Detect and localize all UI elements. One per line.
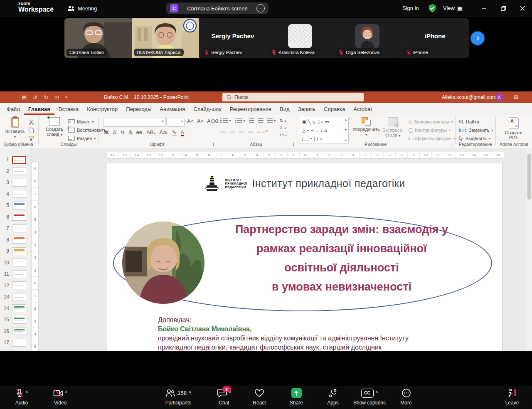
ribbon-tab-10[interactable]: Запись bbox=[294, 106, 320, 115]
restore-button[interactable] bbox=[497, 3, 510, 13]
react-button[interactable]: React bbox=[239, 388, 280, 406]
video-tile-krasimira-koleva[interactable]: Krasimira Koleva bbox=[266, 18, 334, 58]
redo-icon[interactable]: ↻ bbox=[44, 94, 48, 101]
save-icon[interactable]: ▤ bbox=[22, 94, 27, 101]
workspace-chevron-down-icon[interactable]: ▾ bbox=[51, 6, 53, 11]
video-tile-olga-seleznova[interactable]: Olga Seleznova bbox=[334, 18, 401, 58]
quick-styles-button[interactable]: Экспресс-стили ▾ bbox=[381, 117, 405, 138]
shapes-gallery[interactable]: ▣╲↘□○▭△⌐¬→↓⌂∫‿~{}☆ ▲▼≂ bbox=[300, 117, 349, 143]
decrease-indent-icon[interactable] bbox=[249, 118, 254, 123]
next-participants-button[interactable] bbox=[471, 32, 484, 45]
ribbon-tab-2[interactable]: Главная bbox=[24, 106, 54, 115]
paste-button[interactable]: Вставить ▾ bbox=[5, 117, 25, 139]
bold-button[interactable]: Ж bbox=[104, 129, 109, 136]
tab-shared-screen[interactable]: C Світлана Бойко's screen ⋯ bbox=[166, 2, 268, 14]
shape-fill-button[interactable]: ◇ Заливка фигуры▾ bbox=[408, 118, 455, 126]
audio-button[interactable]: ^ Audio bbox=[1, 388, 42, 406]
drawing-dialog-launcher-icon[interactable] bbox=[449, 143, 453, 146]
slide-thumbnail-6[interactable]: 6 bbox=[0, 213, 30, 221]
convert-smartart-button[interactable]: ⊶ ▾ bbox=[279, 132, 287, 138]
italic-button[interactable]: К bbox=[113, 129, 117, 136]
columns-button[interactable]: ▾ bbox=[257, 129, 268, 133]
character-spacing-button[interactable]: АВ▾ bbox=[146, 129, 155, 136]
increase-indent-icon[interactable] bbox=[258, 118, 264, 123]
ribbon-tab-7[interactable]: Слайд-шоу bbox=[189, 106, 225, 115]
slide-thumbnail-5[interactable]: 5 bbox=[0, 201, 30, 209]
view-button[interactable]: View ▦ bbox=[443, 5, 463, 11]
participants-chevron-icon[interactable]: ^ bbox=[189, 391, 191, 395]
reset-button[interactable]: Восстановить bbox=[68, 126, 106, 134]
slide-thumbnail-15[interactable]: 15 bbox=[0, 315, 30, 324]
video-tile-svitlana-boiko[interactable]: Світлана Бойко bbox=[64, 18, 132, 58]
slide-thumbnail-4[interactable]: 4 bbox=[0, 190, 30, 198]
paragraph-dialog-launcher-icon[interactable] bbox=[290, 143, 294, 146]
minimize-button[interactable] bbox=[478, 3, 490, 13]
tab-meeting[interactable]: Meeting bbox=[67, 2, 97, 14]
shape-outline-button[interactable]: ▢ Контур фигуры▾ bbox=[408, 126, 455, 134]
more-button[interactable]: More bbox=[385, 388, 427, 406]
slide-thumbnail-2[interactable]: 2 bbox=[0, 167, 30, 175]
video-options-chevron-icon[interactable]: ^ bbox=[65, 391, 68, 395]
ribbon-tab-4[interactable]: Конструктор bbox=[83, 106, 122, 115]
slide-thumbnail-10[interactable]: 10 bbox=[0, 259, 30, 267]
slideshow-icon[interactable]: ⊡ bbox=[54, 94, 59, 101]
align-left-button[interactable] bbox=[220, 129, 226, 133]
slide-thumbnail-3[interactable]: 3 bbox=[0, 178, 30, 187]
slide-thumbnail-17[interactable]: 17 bbox=[0, 338, 30, 347]
ribbon-tab-3[interactable]: Вставка bbox=[54, 106, 83, 115]
slide-thumbnail-14[interactable]: 14 bbox=[0, 304, 30, 313]
clipboard-dialog-launcher-icon[interactable] bbox=[32, 143, 36, 146]
justify-button[interactable] bbox=[248, 129, 253, 133]
account-avatar[interactable]: A bbox=[495, 94, 503, 101]
format-painter-icon[interactable] bbox=[28, 136, 34, 141]
change-case-button[interactable]: Аа▾ bbox=[160, 129, 168, 136]
ribbon-tab-11[interactable]: Справка bbox=[320, 106, 349, 115]
audio-options-chevron-icon[interactable]: ^ bbox=[26, 391, 28, 395]
align-center-button[interactable] bbox=[229, 129, 235, 133]
font-name-combo[interactable] bbox=[103, 118, 165, 127]
sign-in-button[interactable]: Sign in bbox=[402, 5, 419, 11]
shape-effects-button[interactable]: ◐ Эффекты фигуры▾ bbox=[408, 135, 455, 142]
ribbon-tab-5[interactable]: Переходы bbox=[122, 106, 155, 115]
ribbon-tab-1[interactable]: Файл bbox=[2, 106, 24, 115]
slide-canvas[interactable]: ІНСТИТУТ ПРИКЛАДНОЇ ПЕДАГОГІКИ Інститут … bbox=[107, 163, 502, 351]
clear-formatting-icon[interactable]: A⌫ bbox=[207, 118, 218, 124]
ribbon-tab-8[interactable]: Рецензирование bbox=[226, 106, 276, 115]
ribbon-display-options-icon[interactable]: ⊞ bbox=[514, 94, 518, 100]
font-dialog-launcher-icon[interactable] bbox=[210, 143, 214, 146]
cut-icon[interactable] bbox=[28, 119, 34, 125]
align-right-button[interactable] bbox=[239, 129, 244, 133]
decrease-font-icon[interactable]: A˅ bbox=[197, 118, 204, 124]
numbering-button[interactable]: ▾ bbox=[235, 118, 246, 123]
arrange-button[interactable]: Упорядочить ▾ bbox=[352, 117, 380, 137]
bullets-button[interactable]: ▾ bbox=[220, 118, 231, 123]
captions-chevron-icon[interactable]: ^ bbox=[376, 391, 378, 395]
video-tile-poliakova-larysa[interactable]: ПОЛЯКОВА Лариса bbox=[132, 18, 199, 58]
screen-tab-more-icon[interactable]: ⋯ bbox=[256, 4, 265, 12]
share-button[interactable]: Share bbox=[276, 388, 317, 406]
video-tile-iphone[interactable]: iPhone iPhone bbox=[401, 18, 469, 58]
slide-thumbnail-8[interactable]: 8 bbox=[0, 236, 30, 244]
security-shield-icon[interactable] bbox=[428, 4, 437, 13]
increase-font-icon[interactable]: A˄ bbox=[187, 118, 194, 124]
account-email[interactable]: Alleks.scout@gmail.com bbox=[442, 91, 496, 103]
line-spacing-button[interactable]: ▾ bbox=[267, 118, 276, 123]
close-button[interactable] bbox=[516, 3, 529, 13]
qat-customize-chevron-icon[interactable]: ▾ bbox=[65, 95, 67, 99]
slide-thumbnail-9[interactable]: 9 bbox=[0, 247, 30, 255]
ribbon-tab-9[interactable]: Вид bbox=[276, 106, 294, 115]
section-button[interactable]: Раздел▾ bbox=[68, 135, 106, 142]
strikethrough-button[interactable]: ab bbox=[136, 129, 142, 136]
vertical-ruler[interactable]: 987654321012345 bbox=[32, 162, 39, 351]
layout-button[interactable]: Макет▾ bbox=[68, 118, 106, 126]
search-box[interactable]: Поиск bbox=[222, 93, 364, 101]
slide-thumbnail-11[interactable]: 11 bbox=[0, 270, 30, 278]
video-button[interactable]: ^ Video bbox=[39, 388, 81, 406]
ribbon-tab-6[interactable]: Анимация bbox=[155, 106, 189, 115]
create-pdf-button[interactable]: СоздатьPDF bbox=[501, 117, 527, 140]
text-shadow-button[interactable]: S bbox=[128, 129, 132, 136]
video-tile-sergiy-pachev[interactable]: Sergiy Pachev Sergiy Pachev bbox=[199, 18, 266, 58]
shapes-gallery-scroll[interactable]: ▲▼≂ bbox=[343, 117, 348, 143]
slide-thumbnail-7[interactable]: 7 bbox=[0, 224, 30, 232]
horizontal-ruler[interactable]: 1615141312111098765432101234567891011121… bbox=[106, 152, 504, 159]
